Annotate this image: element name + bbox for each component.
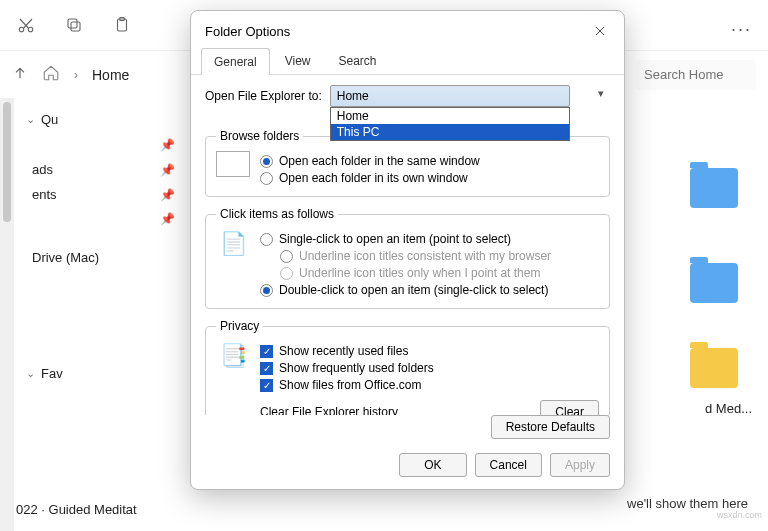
- folder-label: d Med...: [705, 401, 752, 416]
- tab-search[interactable]: Search: [326, 47, 390, 74]
- checkbox-label: Show files from Office.com: [279, 378, 422, 392]
- pin-icon: 📌: [160, 163, 175, 177]
- radio-single-click[interactable]: [260, 233, 273, 246]
- svg-point-1: [28, 27, 33, 32]
- sidebar: ⌄Qu 📌 ads📌 ents📌 📌 Drive (Mac) ⌄Fav: [14, 98, 189, 531]
- sidebar-item[interactable]: 📌: [18, 207, 185, 231]
- svg-point-0: [19, 27, 24, 32]
- svg-rect-3: [68, 19, 77, 28]
- radio-own-window[interactable]: [260, 172, 273, 185]
- checkbox-label: Show frequently used folders: [279, 361, 434, 375]
- folder-icon[interactable]: [690, 168, 738, 208]
- chevron-right-icon: ›: [74, 68, 78, 82]
- folder-options-dialog: Folder Options General View Search Open …: [190, 10, 625, 490]
- radio-same-window[interactable]: [260, 155, 273, 168]
- radio-label: Open each folder in its own window: [279, 171, 468, 185]
- close-button[interactable]: [590, 21, 610, 41]
- up-icon[interactable]: [12, 65, 28, 85]
- bottom-left-text: 022 · Guided Meditat: [16, 502, 137, 517]
- checkbox-frequent-folders[interactable]: ✓: [260, 362, 273, 375]
- privacy-group: Privacy 📑 ✓Show recently used files ✓Sho…: [205, 319, 610, 415]
- tab-view[interactable]: View: [272, 47, 324, 74]
- radio-underline-browser: [280, 250, 293, 263]
- radio-label: Single-click to open an item (point to s…: [279, 232, 511, 246]
- search-input[interactable]: [636, 60, 756, 90]
- checkbox-office-files[interactable]: ✓: [260, 379, 273, 392]
- pin-icon: 📌: [160, 188, 175, 202]
- cut-icon[interactable]: [16, 15, 36, 35]
- breadcrumb-home[interactable]: Home: [92, 67, 129, 83]
- dropdown-item-home[interactable]: Home: [331, 108, 569, 124]
- tab-bar: General View Search: [191, 47, 624, 75]
- sidebar-item[interactable]: 📌: [18, 133, 185, 157]
- radio-double-click[interactable]: [260, 284, 273, 297]
- tab-general[interactable]: General: [201, 48, 270, 75]
- apply-button[interactable]: Apply: [550, 453, 610, 477]
- radio-label: Underline icon titles only when I point …: [299, 266, 540, 280]
- privacy-legend: Privacy: [216, 319, 263, 333]
- sidebar-item-drive[interactable]: Drive (Mac): [18, 245, 185, 270]
- privacy-icon: 📑: [216, 341, 250, 371]
- clear-history-label: Clear File Explorer history: [260, 405, 398, 415]
- checkbox-recent-files[interactable]: ✓: [260, 345, 273, 358]
- watermark: wsxdn.com: [717, 510, 762, 520]
- pin-icon: 📌: [160, 212, 175, 226]
- content-footer-text: we'll show them here: [627, 496, 748, 511]
- open-explorer-combo[interactable]: Home: [330, 85, 570, 107]
- radio-label: Open each folder in the same window: [279, 154, 480, 168]
- restore-defaults-button[interactable]: Restore Defaults: [491, 415, 610, 439]
- copy-icon[interactable]: [64, 15, 84, 35]
- svg-rect-2: [71, 22, 80, 31]
- home-icon[interactable]: [42, 64, 60, 86]
- radio-label: Double-click to open an item (single-cli…: [279, 283, 548, 297]
- dropdown-item-thispc[interactable]: This PC: [331, 124, 569, 140]
- sidebar-group-fav[interactable]: ⌄Fav: [18, 360, 185, 387]
- click-items-group: Click items as follows 📄 Single-click to…: [205, 207, 610, 309]
- sidebar-label: Fav: [41, 366, 63, 381]
- sidebar-label: Qu: [41, 112, 58, 127]
- paste-icon[interactable]: [112, 15, 132, 35]
- click-icon: 📄: [216, 229, 250, 259]
- browse-thumbnail-icon: [216, 151, 250, 177]
- pin-icon: 📌: [160, 138, 175, 152]
- open-explorer-dropdown: Home This PC: [330, 107, 570, 141]
- radio-underline-point: [280, 267, 293, 280]
- sidebar-group-quick[interactable]: ⌄Qu: [18, 106, 185, 133]
- click-legend: Click items as follows: [216, 207, 338, 221]
- browse-legend: Browse folders: [216, 129, 303, 143]
- folder-icon[interactable]: [690, 348, 738, 388]
- radio-label: Underline icon titles consistent with my…: [299, 249, 551, 263]
- clear-button[interactable]: Clear: [540, 400, 599, 415]
- dialog-title: Folder Options: [205, 24, 290, 39]
- folder-icon[interactable]: [690, 263, 738, 303]
- sidebar-item[interactable]: ads📌: [18, 157, 185, 182]
- sidebar-scrollbar[interactable]: [0, 98, 14, 531]
- more-button[interactable]: ...: [731, 15, 752, 36]
- open-explorer-label: Open File Explorer to:: [205, 89, 322, 103]
- ok-button[interactable]: OK: [399, 453, 466, 477]
- checkbox-label: Show recently used files: [279, 344, 408, 358]
- sidebar-item[interactable]: ents📌: [18, 182, 185, 207]
- cancel-button[interactable]: Cancel: [475, 453, 542, 477]
